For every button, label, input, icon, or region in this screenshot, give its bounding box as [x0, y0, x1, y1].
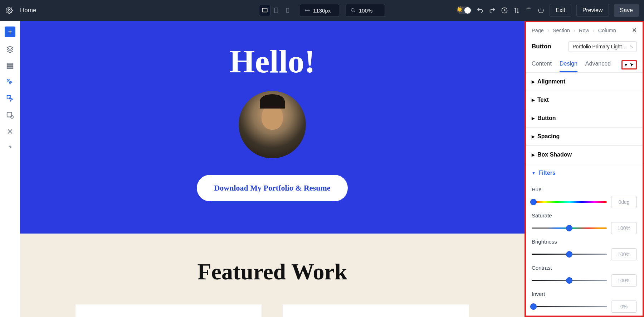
- hero-avatar: [239, 91, 306, 158]
- hue-slider[interactable]: [532, 201, 607, 203]
- accordion-label: Alignment: [537, 78, 565, 85]
- device-desktop[interactable]: [259, 5, 270, 16]
- sort-button[interactable]: [513, 7, 520, 14]
- canvas-width-input[interactable]: [300, 4, 339, 17]
- card: [75, 304, 262, 317]
- hue-value[interactable]: 0deg: [611, 196, 637, 208]
- theme-toggle[interactable]: ☀️: [457, 6, 472, 14]
- contrast-value[interactable]: 100%: [611, 274, 637, 287]
- layers-button[interactable]: [5, 44, 15, 54]
- breadcrumb-row[interactable]: Row: [579, 28, 589, 33]
- slider-knob[interactable]: [530, 199, 537, 205]
- svg-rect-7: [7, 65, 13, 67]
- add-element-button[interactable]: [5, 27, 15, 37]
- brightness-value[interactable]: 100%: [611, 248, 637, 260]
- template-cursor-button[interactable]: [5, 94, 15, 103]
- tools-button[interactable]: [5, 127, 15, 136]
- help-icon: [6, 144, 14, 152]
- rows-icon: [6, 62, 14, 69]
- save-button[interactable]: Save: [614, 4, 639, 17]
- element-header: Button Portfolio Primary Light… ⤡: [526, 38, 643, 57]
- tab-design[interactable]: Design: [560, 57, 577, 72]
- topbar-right: ☀️ Exit Preview Save: [457, 4, 639, 17]
- preview-button[interactable]: Preview: [576, 4, 609, 17]
- svg-rect-8: [7, 67, 13, 69]
- breadcrumb-column[interactable]: Column: [598, 28, 616, 33]
- history-button[interactable]: [501, 7, 508, 14]
- topbar-center: [259, 4, 385, 17]
- triangle-down-icon: ▼: [532, 171, 536, 175]
- database-button[interactable]: [5, 110, 15, 120]
- accordion-alignment[interactable]: ▶Alignment: [526, 73, 643, 91]
- zoom-value[interactable]: [359, 8, 380, 14]
- topbar-left: Home: [5, 6, 36, 15]
- breadcrumb: Page› Section› Row› Column ✕: [526, 22, 643, 38]
- undo-button[interactable]: [477, 7, 484, 14]
- power-button[interactable]: [537, 7, 545, 14]
- breadcrumb-separator: ›: [547, 28, 549, 33]
- exit-button[interactable]: Exit: [550, 4, 571, 17]
- accordion-filters-header[interactable]: ▼Filters: [526, 164, 643, 182]
- tablet-icon: [273, 7, 279, 14]
- cta-button[interactable]: Download My Portfolio & Resume: [197, 175, 347, 201]
- slider-knob[interactable]: [566, 277, 572, 284]
- slider-knob[interactable]: [566, 225, 572, 231]
- accordion-label: Spacing: [537, 133, 560, 140]
- width-value[interactable]: [313, 8, 335, 14]
- accordion-label: Box Shadow: [537, 152, 572, 158]
- svg-rect-6: [7, 63, 13, 65]
- device-tablet[interactable]: [270, 5, 282, 16]
- triangle-right-icon: ▶: [532, 80, 535, 84]
- featured-title: Featured Work: [20, 259, 525, 285]
- trash-button[interactable]: [525, 7, 532, 14]
- help-button[interactable]: [5, 143, 15, 153]
- cursor-icon[interactable]: [629, 62, 634, 67]
- filter-contrast: Contrast 100%: [532, 265, 637, 287]
- settings-button[interactable]: [5, 6, 14, 15]
- chevron-down-icon[interactable]: ▼: [624, 63, 628, 67]
- contrast-slider[interactable]: [532, 280, 607, 281]
- accordion-text[interactable]: ▶Text: [526, 91, 643, 109]
- filters-body: Hue 0deg Saturate 100% Brightness 100%: [526, 186, 643, 317]
- triangle-right-icon: ▶: [532, 98, 535, 102]
- accordion-label: Text: [537, 97, 549, 103]
- triangle-right-icon: ▶: [532, 153, 535, 157]
- saturate-slider[interactable]: [532, 227, 607, 229]
- brightness-slider[interactable]: [532, 254, 607, 255]
- redo-button[interactable]: [489, 7, 496, 14]
- click-cursor-button[interactable]: [5, 77, 15, 87]
- accordion-label: Button: [537, 115, 556, 121]
- filter-label: Hue: [532, 186, 637, 192]
- cursor-click-icon: [6, 78, 14, 86]
- accordion-button[interactable]: ▶Button: [526, 109, 643, 128]
- breadcrumb-page[interactable]: Page: [532, 28, 544, 33]
- panel-close-button[interactable]: ✕: [632, 27, 637, 34]
- canvas-area[interactable]: Hello! Download My Portfolio & Resume Fe…: [20, 21, 525, 317]
- slider-knob[interactable]: [566, 251, 572, 258]
- breadcrumb-separator: ›: [593, 28, 595, 33]
- svg-rect-2: [275, 8, 278, 13]
- breadcrumb-section[interactable]: Section: [553, 28, 570, 33]
- zoom-input[interactable]: [346, 4, 385, 17]
- tab-content[interactable]: Content: [532, 57, 552, 72]
- layers-icon: [6, 45, 14, 53]
- device-mobile[interactable]: [282, 5, 293, 16]
- panel-tabs: Content Design Advanced ▼: [526, 57, 643, 73]
- style-dropdown[interactable]: Portfolio Primary Light… ⤡: [569, 41, 637, 52]
- invert-value[interactable]: 0%: [611, 301, 637, 313]
- accordion-label: Filters: [538, 170, 556, 176]
- gear-icon: [6, 7, 13, 14]
- redo-icon: [489, 7, 496, 14]
- width-icon: [304, 8, 310, 13]
- accordion-box-shadow[interactable]: ▶Box Shadow: [526, 146, 643, 164]
- filter-saturate: Saturate 100%: [532, 212, 637, 234]
- saturate-value[interactable]: 100%: [611, 222, 637, 234]
- invert-slider[interactable]: [532, 306, 607, 307]
- tab-advanced[interactable]: Advanced: [585, 57, 611, 72]
- accordion-spacing[interactable]: ▶Spacing: [526, 128, 643, 146]
- slider-knob[interactable]: [530, 303, 537, 310]
- filter-label: Brightness: [532, 239, 637, 245]
- rows-button[interactable]: [5, 61, 15, 70]
- home-link[interactable]: Home: [20, 7, 36, 14]
- expand-icon: ⤡: [630, 45, 633, 48]
